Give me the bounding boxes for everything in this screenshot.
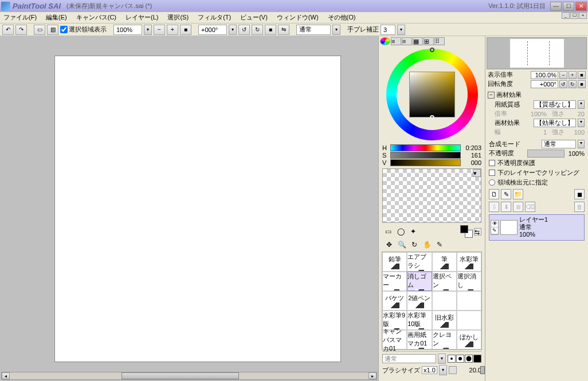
color-wheel-tab[interactable] <box>380 37 390 45</box>
brush-size-mult[interactable]: x1.0 <box>422 366 437 374</box>
zoom-dropdown[interactable]: ▾ <box>144 25 152 35</box>
merge-down-button[interactable]: ⬇ <box>501 202 511 212</box>
color-swatches-tab[interactable]: ⊞ <box>424 37 434 45</box>
opacity-slider[interactable] <box>527 150 565 158</box>
zoom-tool[interactable]: 🔍 <box>396 239 407 250</box>
redo-button[interactable]: ↷ <box>15 25 27 35</box>
paper-dropdown[interactable]: ▾ <box>578 100 585 109</box>
menu-canvas[interactable]: キャンバス(C) <box>76 13 116 22</box>
blend-mode-field[interactable]: 通常 <box>296 25 331 35</box>
brush-tip-1[interactable] <box>448 355 456 363</box>
brush-4-3[interactable]: ぼかし <box>457 330 481 349</box>
nav-zoom-value[interactable]: 100.0% <box>531 71 558 79</box>
zoom-reset-button[interactable]: ■ <box>180 25 191 35</box>
hue-slider[interactable] <box>390 144 461 151</box>
delete-layer-button[interactable]: 🗑 <box>574 202 585 212</box>
flip-h-button[interactable]: ⇋ <box>278 25 289 35</box>
menu-edit[interactable]: 編集(E) <box>46 13 67 22</box>
brush-1-3[interactable]: 選択消し <box>457 272 481 291</box>
scroll-thumb[interactable] <box>121 372 239 379</box>
brush-0-3[interactable]: 水彩筆 <box>457 252 481 272</box>
layer-edit-icon[interactable]: ✎ <box>491 227 498 234</box>
wand-tool[interactable]: ✦ <box>407 226 419 237</box>
nav-zoom-in[interactable]: + <box>569 71 577 79</box>
navigator[interactable] <box>487 37 587 69</box>
color-rgb-tab[interactable]: ≡ <box>391 37 401 45</box>
clipping-checkbox[interactable] <box>489 170 495 176</box>
new-layer-button[interactable]: 🗋 <box>489 189 499 199</box>
layer-item[interactable]: 👁✎ レイヤー1 通常 100% <box>489 214 585 241</box>
stabilizer-dropdown[interactable]: ▾ <box>397 25 405 35</box>
menu-layer[interactable]: レイヤー(L) <box>126 13 158 22</box>
brush-blend-field[interactable]: 通常 <box>382 354 436 363</box>
sel-source-radio[interactable] <box>489 179 495 186</box>
preserve-opacity-checkbox[interactable] <box>489 160 495 166</box>
undo-button[interactable]: ↶ <box>2 25 14 35</box>
lasso-tool[interactable]: ◯ <box>395 226 406 237</box>
minimize-button[interactable]: — <box>550 2 562 11</box>
nav-zoom-reset[interactable]: ■ <box>578 71 586 79</box>
brush-2-0[interactable]: バケツ <box>382 291 407 311</box>
scroll-left-button[interactable]: ◂ <box>2 372 10 379</box>
brush-1-2[interactable]: 選択ペン <box>432 272 457 291</box>
brush-4-1[interactable]: 画用紙マカ01 <box>407 330 432 349</box>
brush-tip-3[interactable] <box>465 355 473 363</box>
blend-mode-dropdown[interactable]: ▾ <box>332 25 340 35</box>
brush-tip-2[interactable] <box>456 355 464 363</box>
brush-2-1[interactable]: 2値ペン <box>407 291 432 311</box>
menu-file[interactable]: ファイル(F) <box>3 13 37 22</box>
comp-mode-field[interactable]: 通常 <box>542 140 576 148</box>
paper-field[interactable]: 【質感なし】 <box>534 100 576 109</box>
sat-slider[interactable] <box>390 152 461 159</box>
brush-4-2[interactable]: クレヨン <box>432 330 457 349</box>
nav-rot-ccw[interactable]: ↺ <box>559 80 567 88</box>
scroll-right-button[interactable]: ▸ <box>369 372 377 379</box>
menu-window[interactable]: ウィンドウ(W) <box>277 13 319 22</box>
brush-4-0[interactable]: キャンバスマカ01 <box>382 330 407 349</box>
rotate-tool[interactable]: ↻ <box>409 239 420 250</box>
brush-1-1[interactable]: 消しゴム <box>407 272 432 291</box>
nav-rot-cw[interactable]: ↻ <box>569 80 577 88</box>
brush-tip-4[interactable] <box>473 355 481 363</box>
brush-1-0[interactable]: マーカー <box>382 272 407 291</box>
scratchpad-menu-button[interactable]: ▾ <box>473 169 481 177</box>
deselect-button[interactable]: ▭ <box>34 25 45 35</box>
menu-view[interactable]: ビュー(V) <box>240 13 268 22</box>
angle-dropdown[interactable]: ▾ <box>229 25 237 35</box>
child-max-button[interactable]: ☐ <box>570 12 578 19</box>
nav-rot-reset[interactable]: ■ <box>578 80 586 88</box>
zoom-field[interactable]: 100% <box>113 25 142 35</box>
menu-filter[interactable]: フィルタ(T) <box>198 13 231 22</box>
close-button[interactable]: ✕ <box>575 2 587 11</box>
color-wheel[interactable] <box>386 49 478 140</box>
zoom-out-button[interactable]: − <box>154 25 165 35</box>
nav-rot-value[interactable]: +000° <box>531 80 558 88</box>
brush-0-1[interactable]: エアブラシ <box>407 252 432 272</box>
sel-rect-tool[interactable]: ▭ <box>382 226 394 237</box>
comp-mode-dropdown[interactable]: ▾ <box>578 140 585 148</box>
zoom-in-button[interactable]: + <box>167 25 178 35</box>
brush-0-0[interactable]: 鉛筆 <box>382 252 407 272</box>
stabilizer-field[interactable]: 3 <box>381 25 395 35</box>
maximize-button[interactable]: ☐ <box>563 2 574 11</box>
canvas[interactable] <box>54 56 341 362</box>
brush-3-2[interactable]: 旧水彩 <box>432 311 457 330</box>
transfer-down-button[interactable]: ⇩ <box>489 202 499 212</box>
scratchpad[interactable]: ▾ <box>382 168 481 223</box>
color-mixer-tab[interactable]: ▦ <box>413 37 423 45</box>
eff-field[interactable]: 【効果なし】 <box>534 119 576 127</box>
brush-size-mult-dropdown[interactable]: ▾ <box>439 365 447 375</box>
show-selection-checkbox[interactable]: 選択領域表示 <box>60 25 107 34</box>
rotate-cw-button[interactable]: ↻ <box>252 25 263 35</box>
menu-select[interactable]: 選択(S) <box>167 13 189 22</box>
color-hsv-tab[interactable]: ≡ <box>402 37 412 45</box>
sv-marker-icon[interactable] <box>430 115 434 120</box>
rotate-ccw-button[interactable]: ↺ <box>238 25 250 35</box>
nav-zoom-out[interactable]: − <box>559 71 567 79</box>
canvas-hscrollbar[interactable]: ◂ ▸ <box>1 372 377 380</box>
new-folder-button[interactable]: 📁 <box>513 189 523 199</box>
brush-blend-dropdown[interactable]: ▾ <box>438 353 446 364</box>
brush-size-slider[interactable] <box>449 366 457 374</box>
invert-sel-button[interactable]: ▧ <box>47 25 58 35</box>
effects-collapse-button[interactable]: − <box>488 92 495 99</box>
